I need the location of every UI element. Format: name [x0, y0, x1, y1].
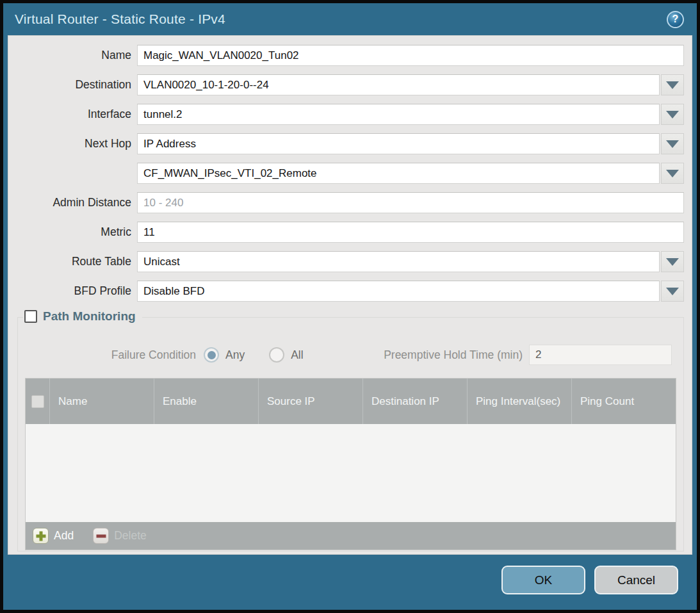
- interface-label: Interface: [8, 108, 137, 121]
- chevron-down-icon: [666, 170, 679, 177]
- bfd-profile-input[interactable]: [137, 281, 660, 302]
- table-toolbar: Add Delete: [26, 522, 676, 550]
- radio-any-label: Any: [225, 348, 245, 362]
- path-monitoring-checkbox[interactable]: [24, 310, 37, 323]
- delete-button[interactable]: Delete: [93, 528, 147, 544]
- select-all-checkbox[interactable]: [31, 395, 44, 408]
- form-row-name: Name: [8, 45, 684, 66]
- metric-input[interactable]: [137, 222, 684, 243]
- preemptive-hold-time-label: Preemptive Hold Time (min): [384, 348, 523, 362]
- help-icon[interactable]: ?: [667, 11, 684, 28]
- add-button-label: Add: [54, 529, 74, 543]
- delete-button-label: Delete: [114, 529, 147, 543]
- select-all-cell: [26, 379, 49, 424]
- path-monitoring-legend: Path Monitoring: [23, 309, 142, 323]
- table-header: Name Enable Source IP Destination IP Pin…: [26, 379, 676, 424]
- failure-condition-row: Failure Condition Any All Preemptive Hol…: [18, 345, 683, 365]
- form-row-metric: Metric: [8, 222, 684, 243]
- next-hop-label: Next Hop: [8, 137, 137, 151]
- metric-label: Metric: [8, 225, 137, 239]
- column-header-ping-interval[interactable]: Ping Interval(sec): [467, 379, 571, 424]
- chevron-down-icon: [666, 258, 679, 266]
- name-input[interactable]: [137, 45, 684, 66]
- interface-dropdown-button[interactable]: [661, 104, 684, 125]
- destination-label: Destination: [8, 78, 137, 92]
- dialog-title: Virtual Router - Static Route - IPv4: [15, 12, 667, 27]
- titlebar: Virtual Router - Static Route - IPv4 ?: [3, 3, 697, 35]
- failure-condition-label: Failure Condition: [18, 348, 196, 362]
- form-row-route-table: Route Table: [8, 251, 684, 272]
- dialog-frame: Virtual Router - Static Route - IPv4 ? N…: [0, 0, 700, 613]
- route-table-label: Route Table: [8, 255, 137, 268]
- admin-distance-input[interactable]: [137, 192, 684, 213]
- column-header-enable[interactable]: Enable: [154, 379, 258, 424]
- form-row-next-hop-address: [8, 163, 684, 184]
- interface-input[interactable]: [137, 104, 660, 125]
- radio-option-all[interactable]: All: [269, 347, 303, 363]
- column-header-source-ip[interactable]: Source IP: [258, 379, 362, 424]
- admin-distance-label: Admin Distance: [8, 196, 137, 209]
- next-hop-address-input[interactable]: [137, 163, 660, 184]
- radio-all[interactable]: [269, 347, 284, 363]
- radio-dot: [208, 351, 216, 359]
- radio-all-label: All: [291, 348, 303, 362]
- next-hop-address-dropdown-button[interactable]: [661, 163, 684, 184]
- form-row-interface: Interface: [8, 104, 684, 125]
- bfd-profile-dropdown-button[interactable]: [661, 281, 684, 302]
- form-row-destination: Destination: [8, 74, 684, 95]
- add-icon: [33, 528, 49, 544]
- chevron-down-icon: [666, 140, 679, 148]
- preemptive-hold-time-input[interactable]: [529, 345, 672, 365]
- radio-any[interactable]: [204, 347, 219, 363]
- route-table-dropdown-button[interactable]: [661, 251, 684, 272]
- column-header-name[interactable]: Name: [49, 379, 154, 424]
- dialog-footer: OK Cancel: [3, 555, 697, 610]
- static-route-dialog: Virtual Router - Static Route - IPv4 ? N…: [3, 3, 697, 610]
- next-hop-type-input[interactable]: [137, 133, 660, 154]
- route-table-input[interactable]: [137, 251, 660, 272]
- delete-icon: [93, 528, 109, 544]
- add-button[interactable]: Add: [33, 528, 74, 544]
- column-header-ping-count[interactable]: Ping Count: [571, 379, 676, 424]
- table-body-empty: [26, 424, 676, 522]
- form-panel: Name Destination Interface: [8, 35, 692, 555]
- next-hop-dropdown-button[interactable]: [661, 133, 684, 154]
- path-monitoring-section: Path Monitoring Failure Condition Any Al…: [17, 317, 684, 552]
- path-monitoring-table: Name Enable Source IP Destination IP Pin…: [25, 378, 676, 550]
- column-header-destination-ip[interactable]: Destination IP: [362, 379, 467, 424]
- chevron-down-icon: [666, 288, 679, 295]
- chevron-down-icon: [666, 111, 679, 119]
- chevron-down-icon: [666, 81, 679, 89]
- path-monitoring-title: Path Monitoring: [43, 309, 136, 323]
- cancel-button[interactable]: Cancel: [594, 566, 678, 594]
- form-row-next-hop: Next Hop: [8, 133, 684, 154]
- radio-option-any[interactable]: Any: [204, 347, 245, 363]
- form-row-bfd-profile: BFD Profile: [8, 281, 684, 302]
- bfd-profile-label: BFD Profile: [8, 284, 137, 298]
- name-label: Name: [8, 49, 137, 62]
- destination-input[interactable]: [137, 74, 660, 95]
- ok-button[interactable]: OK: [501, 566, 585, 594]
- destination-dropdown-button[interactable]: [661, 74, 684, 95]
- form-row-admin-distance: Admin Distance: [8, 192, 684, 213]
